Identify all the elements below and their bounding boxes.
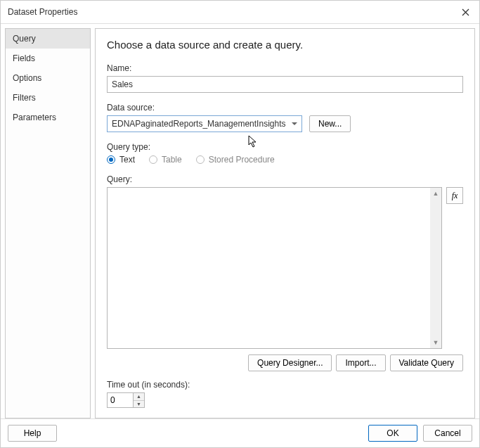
name-section: Name: xyxy=(107,63,463,93)
sidebar-item-label: Query xyxy=(13,34,36,44)
sidebar-item-fields[interactable]: Fields xyxy=(6,49,90,68)
querytype-label: Query type: xyxy=(107,142,463,152)
titlebar: Dataset Properties xyxy=(1,1,479,24)
ok-button[interactable]: OK xyxy=(368,425,417,442)
dialog-body: Query Fields Options Filters Parameters … xyxy=(1,24,479,418)
spinner-up-icon[interactable]: ▲ xyxy=(134,393,144,401)
radio-label: Stored Procedure xyxy=(209,155,275,165)
scroll-up-icon[interactable]: ▲ xyxy=(430,188,441,199)
window-title: Dataset Properties xyxy=(8,7,77,17)
fx-icon: fx xyxy=(452,191,458,201)
help-button[interactable]: Help xyxy=(8,425,57,442)
sidebar-item-query[interactable]: Query xyxy=(6,29,90,49)
timeout-section: Time out (in seconds): ▲ ▼ xyxy=(107,380,463,408)
querytype-section: Query type: Text Table Stored Procedure xyxy=(107,142,463,165)
expression-button[interactable]: fx xyxy=(446,187,463,204)
sidebar-item-label: Parameters xyxy=(13,113,56,122)
sidebar-item-label: Fields xyxy=(13,53,35,63)
sidebar-item-label: Options xyxy=(13,73,41,83)
sidebar: Query Fields Options Filters Parameters xyxy=(5,28,91,418)
scrollbar[interactable]: ▲ ▼ xyxy=(430,188,441,348)
scroll-down-icon[interactable]: ▼ xyxy=(430,337,441,348)
query-area: ▲ ▼ fx xyxy=(107,187,463,349)
timeout-label: Time out (in seconds): xyxy=(107,380,463,390)
new-datasource-button[interactable]: New... xyxy=(309,115,351,132)
datasource-selected: EDNAPaginatedReports_ManagementInsights xyxy=(112,119,285,129)
chevron-down-icon xyxy=(292,122,297,125)
name-label: Name: xyxy=(107,63,463,73)
footer: Help OK Cancel xyxy=(1,418,479,447)
spinner-down-icon[interactable]: ▼ xyxy=(134,401,144,408)
query-designer-button[interactable]: Query Designer... xyxy=(248,354,332,371)
radio-table: Table xyxy=(149,155,182,165)
datasource-dropdown[interactable]: EDNAPaginatedReports_ManagementInsights xyxy=(107,115,302,132)
sidebar-item-label: Filters xyxy=(13,93,36,103)
datasource-section: Data source: EDNAPaginatedReports_Manage… xyxy=(107,103,463,132)
radio-icon xyxy=(196,155,205,164)
close-icon xyxy=(462,8,469,16)
main-panel: Choose a data source and create a query.… xyxy=(95,28,475,418)
radio-icon xyxy=(149,155,157,164)
radio-icon xyxy=(107,155,115,164)
cancel-button[interactable]: Cancel xyxy=(423,425,472,442)
import-button[interactable]: Import... xyxy=(336,354,385,371)
sidebar-item-filters[interactable]: Filters xyxy=(6,88,90,108)
query-textarea[interactable] xyxy=(107,187,442,349)
close-button[interactable] xyxy=(458,5,472,19)
name-input[interactable] xyxy=(107,76,463,93)
validate-query-button[interactable]: Validate Query xyxy=(390,354,464,371)
radio-label: Text xyxy=(119,155,135,165)
timeout-input[interactable] xyxy=(107,392,134,408)
radio-text[interactable]: Text xyxy=(107,155,135,165)
radio-label: Table xyxy=(162,155,182,165)
query-label: Query: xyxy=(107,174,463,184)
query-buttons: Query Designer... Import... Validate Que… xyxy=(107,354,463,371)
sidebar-item-parameters[interactable]: Parameters xyxy=(6,108,90,127)
sidebar-item-options[interactable]: Options xyxy=(6,68,90,88)
main-heading: Choose a data source and create a query. xyxy=(107,39,463,51)
radio-stored-procedure: Stored Procedure xyxy=(196,155,275,165)
timeout-spinner[interactable]: ▲ ▼ xyxy=(134,392,145,408)
datasource-label: Data source: xyxy=(107,103,463,113)
